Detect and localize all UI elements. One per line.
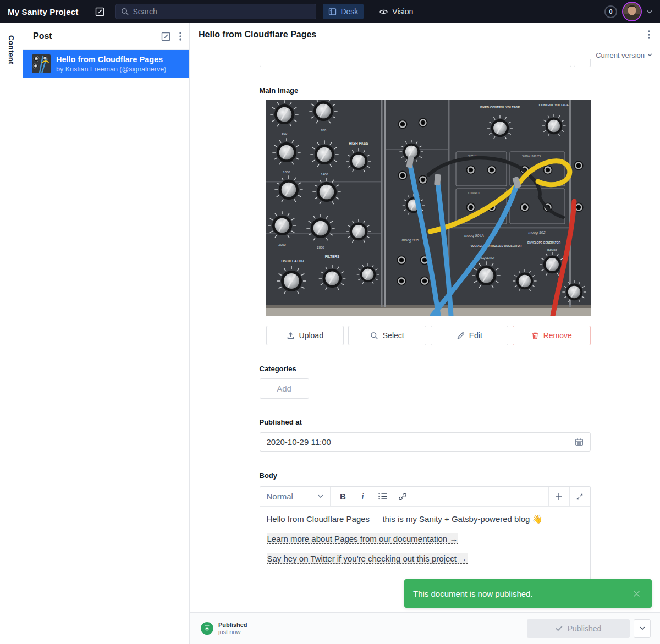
body-link-line: Say hey on Twitter if you're checking ou…	[267, 552, 584, 565]
docs-link[interactable]: Learn more about Pages from our document…	[267, 533, 459, 544]
document-menu-button[interactable]	[646, 28, 652, 41]
compose-button[interactable]	[92, 4, 107, 19]
bullet-list-button[interactable]	[373, 489, 392, 504]
editor-content[interactable]: Hello from Cloudflare Pages — this is my…	[260, 507, 590, 578]
twitter-link[interactable]: Say hey on Twitter if you're checking ou…	[267, 553, 468, 564]
vision-label: Vision	[392, 7, 413, 16]
document-footer: Published just now Published	[190, 612, 660, 644]
published-at-label: Published at	[260, 418, 591, 426]
categories-label: Categories	[260, 365, 591, 373]
publish-status-icon	[201, 622, 213, 635]
search-box[interactable]	[116, 4, 316, 19]
toast-message: This document is now published.	[413, 589, 533, 598]
svg-text:moog 904A: moog 904A	[464, 234, 484, 238]
main-image: 500 700 HIGH PASS 1000 1400 2000	[266, 100, 591, 316]
image-button-row: Upload Select	[266, 326, 591, 345]
avatar-caret-icon[interactable]	[647, 10, 652, 14]
svg-text:2000: 2000	[278, 243, 286, 246]
select-button[interactable]: Select	[348, 326, 426, 345]
publish-status-title: Published	[218, 621, 248, 629]
svg-text:CONTROL VOLTAGE: CONTROL VOLTAGE	[538, 103, 569, 107]
svg-text:2800: 2800	[317, 246, 324, 249]
style-select-value: Normal	[267, 492, 314, 501]
chevron-down-icon	[318, 494, 323, 498]
add-category-button[interactable]: Add	[260, 378, 309, 399]
style-select[interactable]: Normal	[260, 487, 331, 506]
svg-text:1000: 1000	[283, 170, 290, 174]
publish-button[interactable]: Published	[527, 619, 630, 638]
list-item-post[interactable]: Hello from Cloudflare Pages by Kristian …	[23, 50, 189, 78]
pane-title: Post	[33, 31, 52, 41]
status-count-badge[interactable]: 0	[604, 5, 617, 18]
svg-text:CONTROL: CONTROL	[468, 192, 480, 195]
wave-emoji: 👋	[532, 514, 543, 524]
chevron-down-icon	[647, 53, 652, 57]
post-thumbnail	[32, 54, 51, 73]
svg-text:HIGH PASS: HIGH PASS	[349, 141, 369, 145]
compose-icon	[95, 7, 105, 16]
svg-text:RANGE: RANGE	[547, 249, 557, 252]
desk-label: Desk	[340, 7, 358, 16]
synthesizer-photo: 500 700 HIGH PASS 1000 1400 2000	[266, 100, 591, 316]
slug-input[interactable]	[260, 59, 571, 67]
document-form: Current version Main image	[190, 46, 660, 612]
publish-status-time: just now	[218, 629, 248, 636]
edit-label: Edit	[469, 331, 482, 340]
upload-icon	[287, 332, 295, 340]
slug-generate-button[interactable]	[574, 59, 591, 67]
sidebar-item-content[interactable]: Content	[7, 35, 15, 644]
bold-button[interactable]: B	[334, 489, 353, 504]
slug-field-partial	[260, 59, 591, 67]
search-input[interactable]	[133, 7, 311, 16]
body-link-line: Learn more about Pages from our document…	[267, 532, 584, 546]
document-pane: Hello from Cloudflare Pages Current vers…	[190, 23, 660, 644]
upload-button[interactable]: Upload	[266, 326, 344, 345]
svg-text:ENVELOPE GENERATOR: ENVELOPE GENERATOR	[527, 241, 560, 244]
eye-icon	[379, 8, 388, 15]
post-list-header: Post	[23, 23, 189, 50]
desk-icon	[328, 8, 337, 16]
svg-text:moog 995: moog 995	[402, 238, 419, 243]
body-label: Body	[260, 471, 591, 480]
tab-vision[interactable]: Vision	[373, 4, 419, 19]
svg-text:FIXED CONTROL VOLTAGE: FIXED CONTROL VOLTAGE	[480, 106, 519, 109]
link-button[interactable]	[393, 489, 412, 504]
trash-icon	[531, 332, 539, 340]
italic-button[interactable]: i	[354, 489, 372, 504]
pane-menu-button[interactable]	[179, 32, 182, 41]
project-title: My Sanity Project	[8, 7, 78, 16]
publish-button-label: Published	[568, 624, 602, 633]
svg-text:700: 700	[320, 129, 326, 132]
main-image-label: Main image	[260, 86, 591, 95]
editor-toolbar: Normal B i	[260, 487, 590, 507]
check-icon	[556, 625, 563, 631]
published-at-input[interactable]	[267, 437, 575, 447]
document-title: Hello from Cloudflare Pages	[199, 30, 316, 40]
pencil-icon	[457, 332, 465, 340]
navbar-right: 0	[604, 3, 652, 20]
svg-text:OSCILLATOR: OSCILLATOR	[281, 259, 304, 263]
remove-button[interactable]: Remove	[513, 326, 591, 345]
version-label: Current version	[596, 51, 645, 59]
published-at-field	[260, 432, 591, 452]
list-item-title: Hello from Cloudflare Pages	[56, 54, 166, 65]
post-list-pane: Post	[23, 23, 190, 644]
magnifier-icon	[370, 332, 378, 340]
svg-text:500: 500	[281, 132, 287, 135]
svg-text:FILTERS: FILTERS	[324, 255, 339, 258]
publish-menu-button[interactable]	[634, 619, 651, 638]
document-header: Hello from Cloudflare Pages	[190, 23, 660, 46]
list-item-subtitle: by Kristian Freeman (@signalnerve)	[56, 65, 166, 74]
avatar[interactable]	[623, 3, 641, 20]
fullscreen-button[interactable]	[569, 487, 590, 506]
insert-block-button[interactable]	[548, 487, 569, 506]
svg-text:1400: 1400	[321, 173, 328, 176]
success-toast: This document is now published.	[404, 579, 652, 608]
close-icon[interactable]	[630, 587, 643, 600]
new-document-button[interactable]	[161, 32, 170, 41]
edit-button[interactable]: Edit	[431, 326, 509, 345]
calendar-icon[interactable]	[575, 438, 584, 447]
remove-label: Remove	[543, 331, 572, 340]
svg-text:moog 902: moog 902	[528, 230, 545, 235]
tab-desk[interactable]: Desk	[323, 4, 364, 19]
